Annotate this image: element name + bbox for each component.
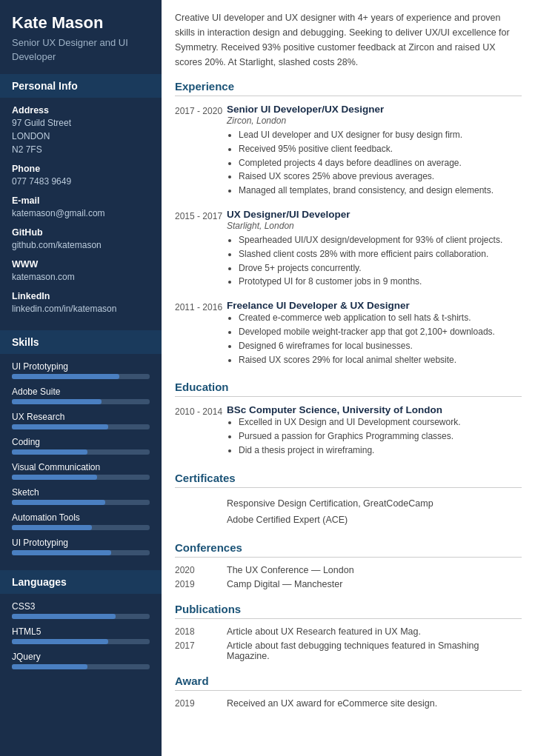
- skill-bar-bg: [12, 449, 150, 455]
- exp-company: Starlight, London: [227, 221, 522, 231]
- pub-text: Article about fast debugging techniques …: [227, 640, 522, 661]
- bullet-item: Raised UX scores 29% for local animal sh…: [239, 354, 522, 367]
- bullet-item: Managed all templates, brand consistency…: [239, 184, 522, 197]
- sidebar: Kate Mason Senior UX Designer and UI Dev…: [0, 0, 162, 756]
- skill-bar-bg: [12, 525, 150, 530]
- skill-bar-bg: [12, 374, 150, 379]
- exp-details: UX Designer/UI Developer Starlight, Lond…: [227, 209, 522, 290]
- bullet-item: Developed mobile weight-tracker app that…: [239, 326, 522, 338]
- experience-row: 2011 - 2016 Freelance UI Developer & UX …: [175, 300, 522, 367]
- language-name: HTML5: [12, 626, 150, 637]
- conferences-section: Conferences 2020 The UX Conference — Lon…: [175, 541, 522, 589]
- bullet-item: Raised UX scores 25% above previous aver…: [239, 170, 522, 183]
- candidate-title: Senior UX Designer and UI Developer: [12, 36, 150, 63]
- pub-text: Article about UX Research featured in UX…: [227, 626, 421, 637]
- edu-details: BSc Computer Science, University of Lond…: [227, 404, 522, 458]
- sidebar-header: Kate Mason Senior UX Designer and UI Dev…: [0, 0, 162, 74]
- skill-bar-fill: [12, 475, 97, 480]
- skill-item: Visual Communication: [12, 462, 150, 480]
- exp-job-title: UX Designer/UI Developer: [227, 209, 522, 220]
- education-heading: Education: [175, 381, 522, 397]
- exp-job-title: Freelance UI Developer & UX Designer: [227, 300, 522, 311]
- language-name: JQuery: [12, 652, 150, 662]
- certificate-item: Responsive Design Certification, GreatCo…: [175, 495, 522, 512]
- skill-bar-fill: [12, 374, 119, 379]
- language-bar-fill: [12, 639, 108, 644]
- skill-name: UI Prototyping: [12, 361, 150, 372]
- skills-heading: Skills: [0, 330, 162, 354]
- skill-bar-fill: [12, 424, 108, 429]
- skill-bar-bg: [12, 500, 150, 505]
- skill-bar-bg: [12, 399, 150, 404]
- award-heading: Award: [175, 675, 522, 691]
- exp-details: Senior UI Developer/UX Designer Zircon, …: [227, 104, 522, 198]
- summary-text: Creative UI developer and UX designer wi…: [175, 10, 522, 70]
- publication-row: 2018 Article about UX Research featured …: [175, 626, 522, 637]
- www-block: WWW katemason.com: [12, 259, 150, 284]
- pub-year: 2017: [175, 640, 227, 661]
- experience-row: 2015 - 2017 UX Designer/UI Developer Sta…: [175, 209, 522, 290]
- www-label: WWW: [12, 259, 150, 270]
- bullet-item: Lead UI developer and UX designer for bu…: [239, 129, 522, 141]
- publications-section: Publications 2018 Article about UX Resea…: [175, 603, 522, 661]
- skill-item: Automation Tools: [12, 512, 150, 530]
- bullet-item: Designed 6 wireframes for local business…: [239, 340, 522, 352]
- certificates-heading: Certificates: [175, 472, 522, 488]
- exp-company: Zircon, London: [227, 116, 522, 126]
- skill-name: UX Research: [12, 412, 150, 422]
- language-bar-bg: [12, 664, 150, 669]
- personal-info-content: Address 97 Guild Street LONDON N2 7FS Ph…: [0, 98, 162, 330]
- certificate-item: Adobe Certified Expert (ACE): [175, 512, 522, 528]
- exp-bullets: Created e-commerce web application to se…: [227, 312, 522, 366]
- phone-label: Phone: [12, 164, 150, 174]
- skill-item: UI Prototyping: [12, 361, 150, 379]
- skill-bar-bg: [12, 424, 150, 429]
- skill-item: Sketch: [12, 487, 150, 505]
- language-bar-bg: [12, 639, 150, 644]
- award-year: 2019: [175, 698, 227, 709]
- skill-name: Visual Communication: [12, 462, 150, 472]
- conf-text: The UX Conference — London: [227, 565, 354, 575]
- edu-title: BSc Computer Science, University of Lond…: [227, 404, 522, 415]
- certificates-section: Certificates Responsive Design Certifica…: [175, 472, 522, 528]
- exp-dates: 2017 - 2020: [175, 104, 227, 198]
- phone-value: 077 7483 9649: [12, 175, 150, 188]
- skill-item: UX Research: [12, 412, 150, 429]
- skill-item: UI Prototyping: [12, 538, 150, 555]
- address-block: Address 97 Guild Street LONDON N2 7FS: [12, 105, 150, 156]
- education-section: Education 2010 - 2014 BSc Computer Scien…: [175, 381, 522, 458]
- skill-name: Sketch: [12, 487, 150, 498]
- skill-name: Adobe Suite: [12, 387, 150, 397]
- language-item: JQuery: [12, 652, 150, 669]
- publications-heading: Publications: [175, 603, 522, 619]
- education-row: 2010 - 2014 BSc Computer Science, Univer…: [175, 404, 522, 458]
- experience-heading: Experience: [175, 80, 522, 96]
- edu-dates: 2010 - 2014: [175, 404, 227, 458]
- award-section: Award 2019 Received an UX award for eCom…: [175, 675, 522, 709]
- bullet-item: Completed projects 4 days before deadlin…: [239, 157, 522, 170]
- skill-name: UI Prototyping: [12, 538, 150, 548]
- skills-content: UI Prototyping Adobe Suite UX Research C…: [0, 354, 162, 570]
- award-text: Received an UX award for eCommerce site …: [227, 698, 437, 709]
- award-row: 2019 Received an UX award for eCommerce …: [175, 698, 522, 709]
- bullet-item: Pursued a passion for Graphics Programmi…: [239, 430, 522, 443]
- skill-item: Adobe Suite: [12, 387, 150, 404]
- skill-bar-fill: [12, 399, 102, 404]
- linkedin-value: linkedin.com/in/katemason: [12, 302, 150, 315]
- exp-bullets: Spearheaded UI/UX design/development for…: [227, 234, 522, 288]
- skill-bar-fill: [12, 500, 105, 505]
- bullet-item: Prototyped UI for 8 customer jobs in 9 m…: [239, 275, 522, 288]
- linkedin-block: LinkedIn linkedin.com/in/katemason: [12, 291, 150, 315]
- edu-bullets: Excelled in UX Design and UI Development…: [227, 416, 522, 456]
- language-item: HTML5: [12, 626, 150, 644]
- exp-dates: 2015 - 2017: [175, 209, 227, 290]
- skill-bar-fill: [12, 449, 87, 455]
- language-name: CSS3: [12, 601, 150, 612]
- candidate-name: Kate Mason: [12, 13, 150, 33]
- experience-section: Experience 2017 - 2020 Senior UI Develop…: [175, 80, 522, 367]
- bullet-item: Drove 5+ projects concurrently.: [239, 262, 522, 275]
- conf-text: Camp Digital — Manchester: [227, 579, 342, 589]
- github-label: GitHub: [12, 227, 150, 238]
- personal-info-heading: Personal Info: [0, 74, 162, 98]
- pub-year: 2018: [175, 626, 227, 637]
